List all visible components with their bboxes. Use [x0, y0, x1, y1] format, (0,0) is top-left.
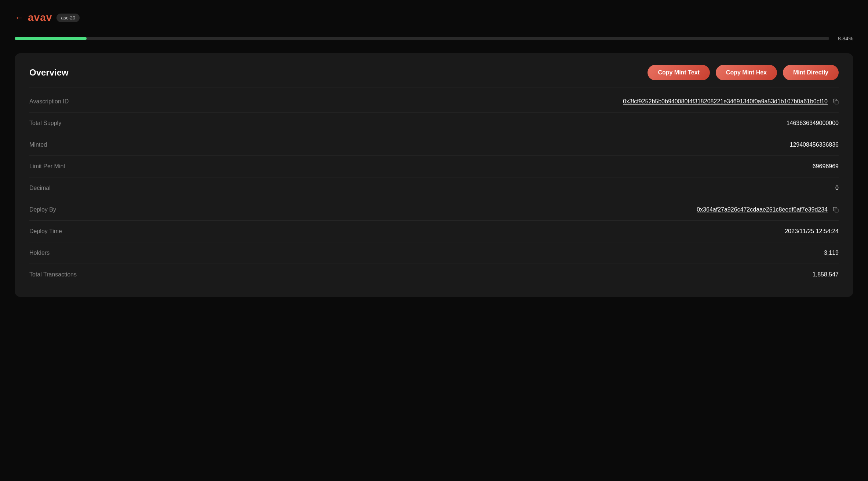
row-value: 2023/11/25 12:54:24 — [785, 228, 839, 235]
copy-icon[interactable] — [833, 207, 839, 213]
row-label: Deploy By — [29, 206, 56, 213]
table-row: Deploy Time2023/11/25 12:54:24 — [29, 221, 839, 242]
table-row: Total Supply1463636349000000 — [29, 113, 839, 134]
row-label: Deploy Time — [29, 228, 62, 235]
row-value: 129408456336836 — [790, 142, 839, 148]
row-label: Avascription ID — [29, 98, 69, 105]
table-row: Holders3,119 — [29, 242, 839, 264]
table-row: Avascription ID0x3fcf9252b5b0b940080f4f3… — [29, 91, 839, 113]
row-value: 3,119 — [824, 250, 839, 256]
copy-mint-text-button[interactable]: Copy Mint Text — [648, 65, 710, 80]
svg-rect-0 — [835, 101, 838, 104]
row-value: 1,858,547 — [813, 271, 839, 278]
row-value: 1463636349000000 — [787, 120, 839, 126]
row-value: 69696969 — [813, 163, 839, 170]
row-label: Total Supply — [29, 120, 61, 126]
table-row: Total Transactions1,858,547 — [29, 264, 839, 285]
row-label: Holders — [29, 250, 50, 256]
address-link[interactable]: 0x3fcf9252b5b0b940080f4f318208221e346913… — [623, 98, 828, 105]
overview-title: Overview — [29, 67, 69, 78]
row-value: 0 — [835, 185, 839, 191]
copy-mint-hex-button[interactable]: Copy Mint Hex — [716, 65, 777, 80]
address-link[interactable]: 0x364af27a926c472cdaae251c8eedf6af7e39d2… — [697, 206, 828, 213]
token-badge: asc-20 — [56, 14, 80, 22]
table-row: Limit Per Mint69696969 — [29, 156, 839, 177]
table-row: Deploy By0x364af27a926c472cdaae251c8eedf… — [29, 199, 839, 221]
overview-card: Overview Copy Mint Text Copy Mint Hex Mi… — [15, 53, 853, 297]
row-label: Total Transactions — [29, 271, 77, 278]
header-divider — [29, 88, 839, 88]
progress-section: 8.84% — [15, 35, 853, 41]
progress-bar-background — [15, 37, 829, 40]
data-rows: Avascription ID0x3fcf9252b5b0b940080f4f3… — [29, 91, 839, 285]
svg-rect-1 — [835, 209, 838, 212]
row-label: Decimal — [29, 185, 51, 191]
row-value[interactable]: 0x364af27a926c472cdaae251c8eedf6af7e39d2… — [697, 206, 839, 213]
progress-percentage: 8.84% — [835, 35, 853, 41]
table-row: Minted129408456336836 — [29, 134, 839, 156]
row-label: Limit Per Mint — [29, 163, 65, 170]
mint-directly-button[interactable]: Mint Directly — [783, 65, 839, 80]
back-button[interactable]: ← — [15, 12, 23, 23]
copy-icon[interactable] — [833, 99, 839, 104]
table-row: Decimal0 — [29, 177, 839, 199]
action-buttons: Copy Mint Text Copy Mint Hex Mint Direct… — [648, 65, 839, 80]
page-header: ← avav asc-20 — [15, 12, 853, 23]
row-label: Minted — [29, 142, 47, 148]
card-header: Overview Copy Mint Text Copy Mint Hex Mi… — [29, 65, 839, 80]
page-title: avav — [28, 12, 52, 23]
progress-bar-fill — [15, 37, 87, 40]
row-value[interactable]: 0x3fcf9252b5b0b940080f4f318208221e346913… — [623, 98, 839, 105]
